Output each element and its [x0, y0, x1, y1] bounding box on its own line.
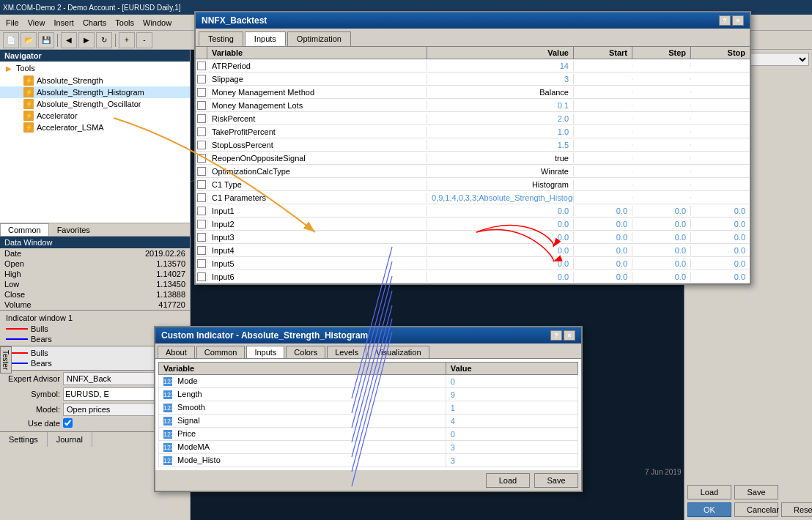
- row-checkbox[interactable]: [196, 127, 207, 136]
- row-checkbox[interactable]: [196, 101, 207, 110]
- tab-visualization[interactable]: Visualization: [368, 346, 429, 358]
- nav-tools[interactable]: ▶ Tools: [0, 62, 190, 75]
- custom-val-4[interactable]: 0: [446, 428, 577, 441]
- row-start: [574, 144, 632, 146]
- row-variable: Input5: [207, 259, 427, 269]
- menu-file[interactable]: File: [1, 17, 23, 29]
- row-value[interactable]: 0.0: [427, 259, 574, 269]
- tab-custom-inputs[interactable]: Inputs: [246, 346, 284, 358]
- volume-label: Volume: [4, 300, 32, 309]
- row-checkbox[interactable]: [196, 233, 207, 242]
- row-value[interactable]: 14: [427, 61, 574, 71]
- row-value[interactable]: 0.0: [427, 232, 574, 242]
- toolbar-forward[interactable]: ▶: [78, 32, 95, 48]
- tab-testing[interactable]: Testing: [199, 31, 243, 46]
- tab-common[interactable]: Common: [0, 223, 49, 236]
- row-value[interactable]: 2.0: [427, 114, 574, 124]
- toolbar-zoom-in[interactable]: +: [119, 32, 135, 48]
- row-value[interactable]: 1.5: [427, 140, 574, 150]
- row-start: [574, 157, 632, 159]
- row-checkbox[interactable]: [196, 220, 207, 229]
- toolbar-open[interactable]: 📂: [21, 32, 37, 48]
- menu-window[interactable]: Window: [139, 17, 176, 29]
- row-value[interactable]: 1.0: [427, 127, 574, 137]
- nnfx-help-btn[interactable]: ?: [719, 15, 731, 26]
- row-checkbox[interactable]: [196, 246, 207, 255]
- journal-tab[interactable]: Journal: [48, 432, 92, 447]
- toolbar-refresh[interactable]: ↻: [96, 32, 112, 48]
- menu-view[interactable]: View: [23, 17, 50, 29]
- menu-charts[interactable]: Charts: [78, 17, 111, 29]
- tab-about[interactable]: About: [158, 346, 195, 358]
- row-checkbox[interactable]: [196, 167, 207, 176]
- nnfx-row-11: Input1 0.0 0.0 0.0 0.0: [196, 204, 750, 218]
- row-value[interactable]: 0.0: [427, 219, 574, 229]
- cancel-button[interactable]: Cancelar: [734, 502, 778, 517]
- folder-icon: ▶: [3, 62, 15, 74]
- row-value[interactable]: Balance: [427, 87, 574, 97]
- row-checkbox[interactable]: [196, 154, 207, 163]
- custom-load-btn[interactable]: Load: [486, 473, 530, 488]
- custom-val-6[interactable]: 3: [446, 454, 577, 467]
- custom-val-1[interactable]: 9: [446, 388, 577, 401]
- row-checkbox[interactable]: [196, 207, 207, 215]
- settings-tab[interactable]: Settings: [0, 432, 48, 447]
- row-checkbox[interactable]: [196, 141, 207, 149]
- custom-val-0[interactable]: 0: [446, 375, 577, 388]
- row-value[interactable]: true: [427, 153, 574, 163]
- row-checkbox[interactable]: [196, 88, 207, 97]
- row-checkbox[interactable]: [196, 272, 207, 281]
- custom-val-2[interactable]: 1: [446, 401, 577, 415]
- nav-accelerator-lsma[interactable]: ⚡ Accelerator_LSMA: [0, 122, 190, 133]
- custom-close-btn[interactable]: ×: [564, 330, 575, 341]
- toolbar-zoom-out[interactable]: -: [136, 32, 152, 48]
- nnfx-row-1: Slippage 3: [196, 73, 750, 86]
- nav-abs-strength[interactable]: ⚡ Absolute_Strength: [0, 75, 190, 86]
- custom-help-btn[interactable]: ?: [550, 330, 562, 341]
- row-value[interactable]: 0,9,1,4,0,3,3;Absolute_Strength_Histogra…: [427, 193, 574, 203]
- save-button[interactable]: Save: [734, 485, 778, 499]
- custom-save-btn[interactable]: Save: [534, 473, 578, 488]
- tab-optimization[interactable]: Optimization: [287, 31, 351, 46]
- tab-favorites[interactable]: Favorites: [49, 223, 98, 236]
- row-checkbox[interactable]: [196, 180, 207, 189]
- use-date-checkbox[interactable]: [63, 418, 73, 428]
- menu-tools[interactable]: Tools: [111, 17, 139, 29]
- row-checkbox[interactable]: [196, 114, 207, 123]
- tab-levels[interactable]: Levels: [327, 346, 366, 358]
- toolbar-new[interactable]: 📄: [3, 32, 19, 48]
- nav-label3: Absolute_Strength_Oscillator: [37, 100, 141, 108]
- nav-abs-histogram[interactable]: ⚡ Absolute_Strength_Histogram: [0, 86, 190, 98]
- nav-accelerator[interactable]: ⚡ Accelerator: [0, 110, 190, 122]
- tab-common[interactable]: Common: [196, 346, 246, 358]
- reset-button[interactable]: Reset: [781, 502, 812, 517]
- row-value[interactable]: 0.1: [427, 100, 574, 111]
- tab-inputs[interactable]: Inputs: [245, 31, 286, 46]
- row-value[interactable]: Winrate: [427, 166, 574, 177]
- nnfx-close-btn[interactable]: ×: [732, 15, 744, 26]
- row-checkbox[interactable]: [196, 75, 207, 83]
- row-step: [632, 78, 691, 80]
- nav-abs-oscillator[interactable]: ⚡ Absolute_Strength_Oscillator: [0, 98, 190, 110]
- th-check: [196, 47, 207, 59]
- row-value[interactable]: 3: [427, 74, 574, 84]
- custom-val-5[interactable]: 3: [446, 441, 577, 454]
- row-checkbox[interactable]: [196, 62, 207, 70]
- row-value[interactable]: 0.0: [427, 206, 574, 216]
- low-value: 1.13450: [156, 280, 185, 289]
- toolbar-save[interactable]: 💾: [38, 32, 54, 48]
- tester-label[interactable]: Tester: [0, 346, 12, 374]
- row-checkbox[interactable]: [196, 259, 207, 268]
- row-value[interactable]: 0.0: [427, 245, 574, 256]
- custom-val-3[interactable]: 4: [446, 415, 577, 428]
- menu-insert[interactable]: Insert: [49, 17, 78, 29]
- row-value[interactable]: Histogram: [427, 179, 574, 190]
- load-button[interactable]: Load: [687, 485, 731, 499]
- ok-button[interactable]: OK: [687, 502, 731, 517]
- toolbar-back[interactable]: ◀: [61, 32, 77, 48]
- tab-colors[interactable]: Colors: [286, 346, 325, 358]
- custom-th-value: Value: [446, 363, 577, 375]
- open-value: 1.13570: [156, 259, 185, 268]
- row-checkbox[interactable]: [196, 193, 207, 202]
- row-value[interactable]: 0.0: [427, 272, 574, 282]
